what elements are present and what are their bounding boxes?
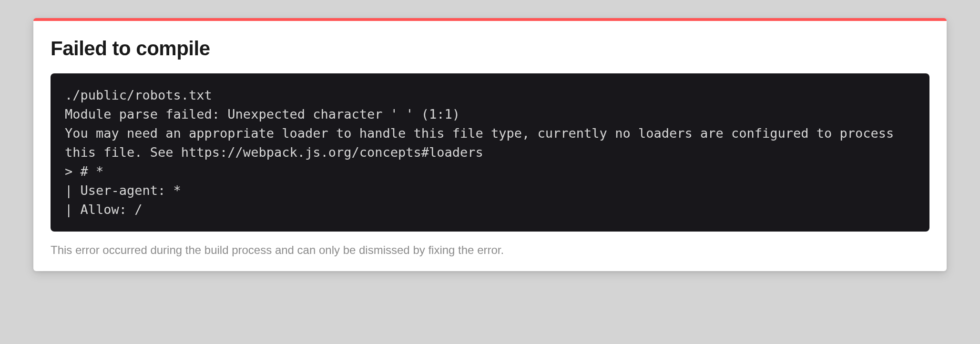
error-footer-note: This error occurred during the build pro… [51, 242, 929, 258]
error-card-body: Failed to compile ./public/robots.txt Mo… [33, 21, 947, 271]
error-overlay-card: Failed to compile ./public/robots.txt Mo… [33, 18, 947, 271]
error-message-code: ./public/robots.txt Module parse failed:… [51, 73, 929, 232]
error-title: Failed to compile [51, 37, 929, 60]
